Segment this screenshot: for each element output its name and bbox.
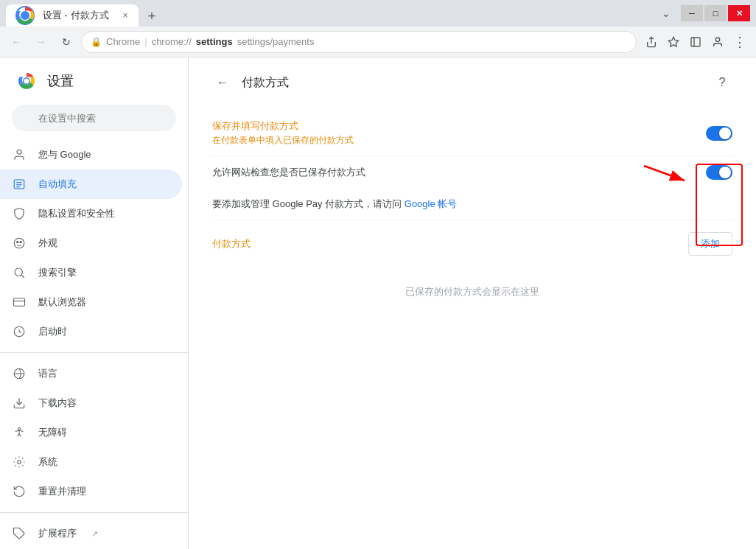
tab-title: 设置 - 付款方式 [43, 9, 109, 22]
add-payment-button[interactable]: 添加 [688, 232, 732, 256]
sidebar-item-default-browser[interactable]: 默认浏览器 [0, 287, 182, 317]
save-payment-toggle[interactable] [706, 126, 732, 141]
sidebar-item-startup[interactable]: 启动时 [0, 317, 182, 346]
url-path: settings/payments [237, 36, 315, 47]
sidebar-item-appearance[interactable]: 外观 [0, 228, 182, 258]
back-button[interactable]: ← [212, 72, 233, 93]
minimize-button[interactable]: ─ [681, 5, 703, 21]
sidebar-item-extensions[interactable]: 扩展程序 ↗ [0, 519, 182, 548]
search-engine-icon [12, 265, 27, 280]
tab-favicon [13, 4, 37, 27]
downloads-icon [12, 396, 27, 410]
help-button[interactable]: ? [712, 72, 732, 93]
sidebar-item-search[interactable]: 搜索引擎 [0, 258, 182, 287]
profile-button[interactable] [707, 32, 728, 52]
menu-button[interactable]: ⋮ [729, 32, 750, 52]
sidebar-item-label-language: 语言 [38, 367, 57, 380]
search-container: 🔍 [0, 105, 188, 137]
language-icon [12, 366, 27, 381]
setting-row-allow-check: 允许网站检查您是否已保存付款方式 [212, 156, 732, 189]
sidebar-toggle-button[interactable] [685, 32, 706, 52]
sidebar-nav: 您与 Google 自动填充 隐私设置和安全性 [0, 137, 188, 549]
lock-icon: 🔒 [91, 37, 102, 47]
address-bar: ← → ↻ 🔒 Chrome | chrome://settingssettin… [0, 27, 756, 57]
settings-title: 设置 [47, 72, 74, 90]
toolbar-actions: ⋮ [641, 32, 750, 52]
svg-rect-19 [14, 298, 25, 307]
refresh-button[interactable]: ↻ [56, 32, 77, 52]
extensions-icon [12, 526, 27, 541]
svg-point-15 [17, 241, 18, 242]
tab-close-btn[interactable]: × [119, 10, 131, 21]
reset-icon [12, 484, 27, 499]
sidebar-item-label-appearance: 外观 [38, 237, 57, 250]
sidebar-item-label-downloads: 下载内容 [38, 396, 77, 410]
back-nav-button[interactable]: ← [6, 32, 27, 52]
sidebar-item-label-accessibility: 无障碍 [38, 426, 67, 439]
sidebar-item-autofill[interactable]: 自动填充 [0, 169, 182, 199]
system-icon [12, 455, 27, 469]
maximize-button[interactable]: □ [704, 5, 727, 21]
url-highlight: settings [196, 36, 233, 47]
title-bar: 设置 - 付款方式 × + ⌄ ─ □ ✕ [0, 0, 756, 27]
svg-line-18 [21, 275, 24, 277]
sidebar-item-label-autofill: 自动填充 [38, 178, 77, 191]
page-header: ← 付款方式 ? [212, 72, 732, 93]
google-pay-text: 要添加或管理 Google Pay 付款方式，请访问 [212, 198, 402, 209]
sidebar-item-google[interactable]: 您与 Google [0, 140, 182, 169]
svg-point-14 [14, 238, 24, 248]
sidebar: 设置 🔍 您与 Google 自动填充 [0, 57, 189, 549]
privacy-icon [12, 206, 27, 221]
search-wrapper: 🔍 [12, 105, 176, 131]
allow-check-label: 允许网站检查您是否已保存付款方式 [212, 166, 706, 179]
payments-section-header: 付款方式 添加 [212, 232, 732, 256]
nav-divider-2 [0, 512, 188, 513]
sidebar-item-label-google: 您与 Google [38, 148, 91, 161]
startup-icon [12, 324, 27, 339]
window-controls: ─ □ ✕ [681, 5, 750, 21]
sidebar-item-label-startup: 启动时 [38, 325, 67, 338]
sidebar-item-reset[interactable]: 重置并清理 [0, 477, 182, 506]
save-payment-label: 保存并填写付款方式 [212, 119, 706, 133]
svg-rect-3 [691, 38, 700, 46]
tab-list-chevron[interactable]: ⌄ [656, 3, 676, 24]
svg-point-26 [18, 427, 21, 430]
active-tab[interactable]: 设置 - 付款方式 × [6, 4, 139, 27]
nav-divider-1 [0, 352, 188, 353]
sidebar-item-label-extensions: 扩展程序 [38, 527, 77, 540]
forward-nav-button[interactable]: → [31, 32, 52, 52]
allow-check-toggle[interactable] [706, 165, 732, 180]
svg-marker-2 [668, 37, 678, 46]
autofill-icon [12, 177, 27, 192]
accessibility-icon [12, 425, 27, 440]
svg-line-23 [19, 332, 21, 333]
default-browser-icon [12, 295, 27, 310]
url-scheme: chrome:// [152, 36, 192, 47]
main-layout: 设置 🔍 您与 Google 自动填充 [0, 57, 756, 549]
save-payment-desc: 在付款表单中填入已保存的付款方式 [212, 134, 706, 147]
svg-point-16 [20, 241, 21, 242]
settings-search-input[interactable] [12, 105, 176, 131]
share-button[interactable] [641, 32, 662, 52]
page-header-left: ← 付款方式 [212, 72, 289, 93]
sidebar-item-label-privacy: 隐私设置和安全性 [38, 207, 115, 220]
sidebar-item-accessibility[interactable]: 无障碍 [0, 418, 182, 447]
setting-info-save: 保存并填写付款方式 在付款表单中填入已保存的付款方式 [212, 119, 706, 147]
svg-point-8 [24, 79, 29, 84]
url-bar[interactable]: 🔒 Chrome | chrome://settingssettings/pay… [81, 31, 637, 53]
new-tab-button[interactable]: + [141, 6, 162, 27]
svg-point-1 [21, 11, 29, 20]
sidebar-item-downloads[interactable]: 下载内容 [0, 388, 182, 418]
sidebar-item-label-browser: 默认浏览器 [38, 296, 86, 309]
close-button[interactable]: ✕ [728, 5, 750, 21]
sidebar-item-system[interactable]: 系统 [0, 447, 182, 477]
sidebar-item-label-search: 搜索引擎 [38, 266, 77, 279]
content-area: ← 付款方式 ? 保存并填写付款方式 在付款表单中填入已保存的付款方式 允许网站… [189, 57, 756, 549]
svg-point-9 [17, 150, 21, 154]
setting-row-save-payment: 保存并填写付款方式 在付款表单中填入已保存的付款方式 [212, 111, 732, 156]
sidebar-item-label-reset: 重置并清理 [38, 485, 86, 498]
sidebar-item-language[interactable]: 语言 [0, 359, 182, 388]
bookmark-button[interactable] [663, 32, 684, 52]
sidebar-item-privacy[interactable]: 隐私设置和安全性 [0, 199, 182, 228]
google-account-link[interactable]: Google 帐号 [405, 198, 458, 209]
